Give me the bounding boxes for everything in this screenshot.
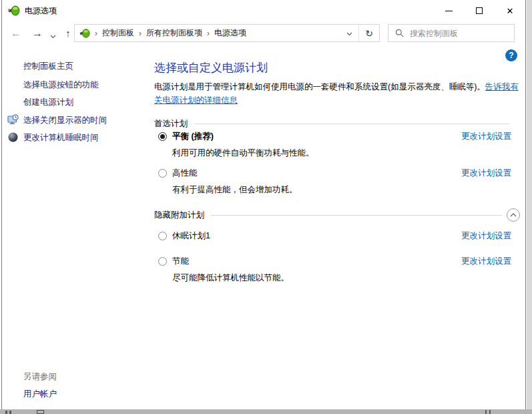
address-dropdown-button[interactable] — [340, 29, 358, 38]
history-dropdown-button[interactable] — [50, 31, 56, 41]
plan-description: 尽可能降低计算机性能以节能。 — [172, 272, 289, 284]
breadcrumb-control-panel[interactable]: 控制面板 — [102, 27, 134, 39]
maximize-icon — [476, 7, 483, 14]
background-window-right-edge — [527, 0, 532, 414]
address-bar[interactable]: › 控制面板 › 所有控制面板项 › 电源选项 ↻ — [74, 24, 380, 42]
navigation-bar: ← → ↑ › 控制面板 › 所有控制面板项 › 电源选项 — [2, 21, 525, 45]
back-arrow-icon: ← — [11, 27, 21, 39]
section-preferred-plans: 首选计划 — [154, 118, 520, 130]
section-title: 隐藏附加计划 — [154, 210, 204, 221]
page-title: 选择或自定义电源计划 — [154, 60, 268, 75]
change-plan-settings-link[interactable]: 更改计划设置 — [461, 131, 511, 142]
plan-row-balanced: 平衡 (推荐) 更改计划设置 — [158, 131, 520, 142]
plan-name: 休眠计划1 — [172, 230, 210, 242]
minimize-icon — [445, 11, 453, 11]
chevron-down-icon — [50, 35, 56, 39]
background-window-fragment — [37, 410, 44, 414]
chevron-up-icon — [510, 213, 517, 217]
titlebar[interactable]: 电源选项 ✕ — [2, 0, 525, 21]
plan-row-power-saver: 节能 更改计划设置 — [158, 256, 520, 267]
sidebar-item-control-panel-home[interactable]: 控制面板主页 — [23, 61, 73, 72]
search-icon — [395, 29, 404, 37]
window-title: 电源选项 — [25, 0, 57, 21]
background-window-fragment — [489, 410, 491, 414]
plan-radio-high-performance[interactable] — [158, 169, 167, 178]
sidebar-item-display-off-time[interactable]: 选择关闭显示器的时间 — [23, 115, 107, 126]
sidebar-item-create-power-plan[interactable]: 创建电源计划 — [23, 97, 73, 108]
back-button[interactable]: ← — [7, 21, 25, 45]
collapse-section-button[interactable] — [507, 208, 520, 222]
plan-name: 节能 — [172, 256, 189, 267]
plan-name: 高性能 — [172, 168, 198, 179]
search-box[interactable] — [388, 24, 515, 42]
close-button[interactable]: ✕ — [495, 0, 525, 21]
breadcrumb-power-options[interactable]: 电源选项 — [214, 27, 246, 39]
forward-arrow-icon: → — [32, 27, 43, 39]
section-hidden-plans: 隐藏附加计划 — [154, 208, 520, 222]
see-also-header: 另请参阅 — [23, 371, 57, 383]
breadcrumb-all-items[interactable]: 所有控制面板项 — [146, 27, 202, 39]
close-icon: ✕ — [507, 7, 514, 15]
forward-button[interactable]: → — [29, 21, 46, 45]
plan-row-sleep-plan-1: 休眠计划1 更改计划设置 — [158, 230, 520, 242]
maximize-button[interactable] — [464, 0, 495, 21]
refresh-button[interactable]: ↻ — [359, 28, 379, 39]
change-plan-settings-link[interactable]: 更改计划设置 — [461, 256, 511, 267]
page-description: 电源计划是用于管理计算机如何使用电源的一套硬件和系统设置(如显示器亮度、睡眠等)… — [154, 80, 519, 107]
plan-radio-balanced[interactable] — [158, 132, 167, 141]
minimize-button[interactable] — [433, 0, 464, 21]
separator-line — [194, 124, 509, 124]
background-window-bottom-edge — [0, 409, 532, 414]
sidebar-item-user-accounts[interactable]: 用户帐户 — [23, 389, 57, 400]
sleep-moon-icon — [7, 132, 19, 143]
breadcrumb-separator: › — [202, 29, 214, 38]
power-options-icon — [8, 5, 20, 17]
chevron-down-icon — [346, 32, 352, 36]
plan-description: 利用可用的硬件自动平衡功耗与性能。 — [172, 148, 314, 159]
search-input[interactable] — [410, 29, 514, 38]
sidebar-item-power-button-function[interactable]: 选择电源按钮的功能 — [23, 79, 99, 91]
plan-name: 平衡 (推荐) — [172, 131, 214, 142]
plan-description: 有利于提高性能，但会增加功耗。 — [172, 184, 298, 196]
breadcrumb-separator: › — [90, 29, 102, 38]
plan-radio-power-saver[interactable] — [158, 257, 167, 266]
background-window-fragment — [9, 411, 11, 414]
description-text: 电源计划是用于管理计算机如何使用电源的一套硬件和系统设置(如显示器亮度、睡眠等)… — [154, 82, 485, 91]
main-panel: 选择或自定义电源计划 电源计划是用于管理计算机如何使用电源的一套硬件和系统设置(… — [154, 45, 520, 409]
change-plan-settings-link[interactable]: 更改计划设置 — [461, 230, 511, 242]
sidebar-item-computer-sleep-time[interactable]: 更改计算机睡眠时间 — [23, 132, 99, 144]
power-options-icon-small — [79, 28, 90, 39]
section-title: 首选计划 — [154, 118, 188, 130]
plan-radio-sleep-plan-1[interactable] — [158, 232, 167, 240]
content-area: 控制面板主页 选择电源按钮的功能 创建电源计划 选择关闭显示器的时间 — [2, 45, 525, 409]
background-window-fragment — [485, 410, 487, 414]
background-window-fragment — [5, 411, 7, 414]
display-clock-icon — [7, 114, 19, 126]
separator-line — [211, 215, 502, 216]
plan-row-high-performance: 高性能 更改计划设置 — [158, 168, 520, 179]
power-options-window: 电源选项 ✕ ← → ↑ › 控制面板 › 所有控制面板项 — [1, 0, 526, 409]
up-arrow-icon: ↑ — [65, 27, 71, 39]
breadcrumb-separator: › — [134, 29, 146, 38]
change-plan-settings-link[interactable]: 更改计划设置 — [461, 168, 511, 179]
refresh-icon: ↻ — [365, 28, 373, 39]
